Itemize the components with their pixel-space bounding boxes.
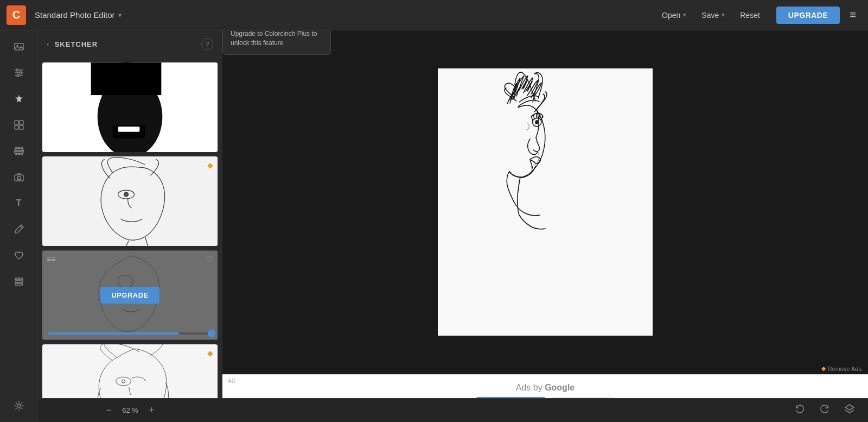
app-logo: C	[7, 5, 26, 25]
svg-rect-26	[15, 281, 23, 282]
svg-rect-0	[15, 43, 23, 50]
upgrade-button[interactable]: UPGRADE	[776, 7, 840, 24]
open-chevron-icon: ▾	[683, 11, 686, 18]
svg-point-23	[17, 177, 21, 180]
canvas-bottom-toolbar	[222, 398, 868, 422]
svg-rect-11	[15, 125, 18, 129]
svg-rect-10	[20, 121, 23, 124]
zoom-out-button[interactable]: −	[106, 405, 112, 416]
title-chevron-icon: ▾	[118, 11, 122, 19]
save-chevron-icon: ▾	[722, 11, 725, 18]
svg-rect-19	[16, 153, 17, 155]
thumbnail-upgrade-button[interactable]: UPGRADE	[100, 287, 159, 304]
svg-rect-35	[91, 62, 162, 95]
text-icon-btn[interactable]: T	[7, 191, 31, 215]
svg-rect-16	[16, 147, 17, 149]
svg-point-55	[536, 121, 538, 123]
redo-button[interactable]	[815, 401, 834, 419]
thumbnail-3-slider[interactable]	[48, 332, 212, 335]
main-canvas	[438, 68, 653, 336]
svg-rect-17	[18, 147, 20, 149]
svg-point-7	[17, 74, 19, 77]
undo-button[interactable]	[790, 401, 809, 419]
zoom-in-button[interactable]: +	[149, 405, 155, 416]
tooltip-text: Upgrade to Colorcinch Plus to unlock thi…	[231, 30, 323, 48]
thumbnail-3-slider-row	[48, 332, 212, 335]
image-icon-btn[interactable]	[7, 35, 31, 59]
premium-badge-2: ◆	[207, 161, 213, 169]
brush-icon-btn[interactable]	[7, 217, 31, 241]
ad-label: AD	[228, 378, 235, 384]
svg-rect-33	[118, 127, 140, 132]
canvas-area: ◆ Plus Feature Upgrade to Colorcinch Plu…	[222, 30, 868, 422]
svg-rect-25	[15, 278, 23, 280]
main-canvas-wrapper	[438, 68, 653, 336]
film-icon-btn[interactable]	[7, 139, 31, 163]
svg-rect-21	[21, 153, 22, 155]
app-title-area: Standard Photo Editor ▾	[35, 10, 122, 20]
svg-marker-56	[845, 405, 854, 410]
premium-badge-4: ◆	[207, 349, 213, 357]
remove-ads-canvas-diamond-icon: ◆	[821, 365, 826, 372]
svg-point-6	[20, 72, 22, 74]
bottom-toolbar: − 62 % +	[38, 398, 222, 422]
settings-icon-btn[interactable]	[7, 394, 31, 418]
svg-point-38	[124, 192, 129, 197]
layers-button[interactable]	[840, 401, 859, 419]
sketcher-back-button[interactable]: ‹	[47, 40, 49, 48]
topbar: C Standard Photo Editor ▾ Open ▾ Save ▾ …	[0, 0, 868, 30]
svg-line-24	[20, 226, 22, 228]
thumbnail-3-heart[interactable]: ♡	[206, 255, 213, 264]
sketcher-title: SKETCHER	[55, 40, 98, 48]
app-title: Standard Photo Editor	[35, 10, 115, 20]
sketcher-header: ‹ SKETCHER ?	[38, 30, 222, 58]
thumbnail-3[interactable]: UPGRADE ♡ ≡≡	[42, 250, 218, 340]
svg-point-28	[17, 404, 21, 407]
thumbnail-3-overlay: UPGRADE	[42, 250, 218, 340]
menu-button[interactable]: ≡	[844, 5, 861, 24]
svg-rect-53	[438, 68, 653, 336]
thumbnail-2[interactable]: ◆	[42, 156, 218, 246]
svg-rect-18	[21, 147, 22, 149]
grid-icon-btn[interactable]	[7, 113, 31, 137]
camera-icon-btn[interactable]	[7, 165, 31, 189]
svg-rect-13	[15, 149, 23, 153]
plus-feature-tooltip: ◆ Plus Feature Upgrade to Colorcinch Plu…	[222, 30, 331, 55]
icon-bar: T	[0, 30, 38, 422]
svg-rect-20	[18, 153, 20, 155]
svg-marker-8	[15, 95, 23, 103]
ad-by-google: Ads by ◆Google	[516, 383, 575, 393]
zoom-percentage: 62 %	[118, 406, 142, 414]
adjustments-icon-btn[interactable]	[7, 61, 31, 85]
open-button[interactable]: Open ▾	[654, 8, 694, 23]
svg-rect-36	[42, 156, 218, 245]
thumbnail-grid: ◆ UPGRADE ♡	[38, 58, 222, 422]
layers-icon-btn[interactable]	[7, 269, 31, 293]
sketcher-panel: ‹ SKETCHER ?	[38, 30, 222, 422]
reset-button[interactable]: Reset	[732, 8, 768, 23]
magic-icon-btn[interactable]	[7, 87, 31, 111]
thumbnail-3-settings: ≡≡	[47, 255, 55, 263]
svg-point-5	[16, 69, 18, 71]
svg-rect-27	[15, 284, 23, 285]
svg-rect-12	[20, 125, 23, 129]
save-button[interactable]: Save ▾	[694, 8, 732, 23]
heart-icon-btn[interactable]	[7, 243, 31, 267]
sketcher-help-button[interactable]: ?	[201, 38, 213, 50]
remove-ads-canvas[interactable]: ◆ Remove Ads	[821, 365, 861, 372]
svg-rect-9	[15, 121, 18, 124]
thumbnail-1[interactable]	[42, 62, 218, 152]
